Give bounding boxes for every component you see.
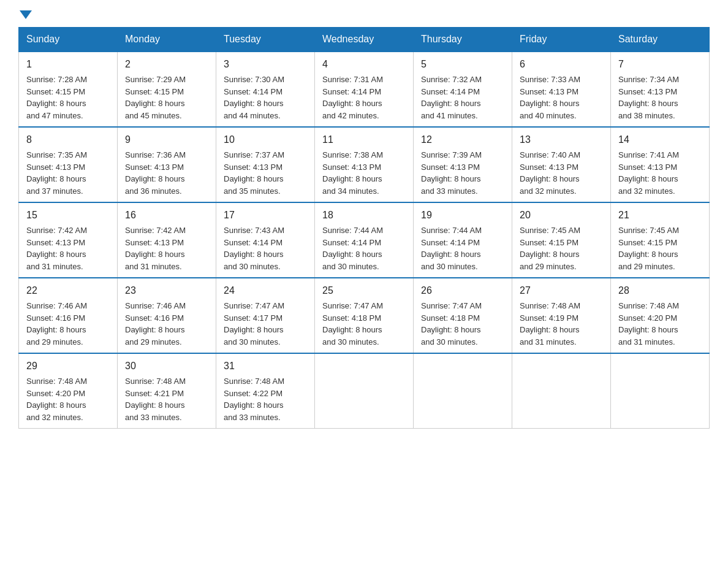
calendar-table: SundayMondayTuesdayWednesdayThursdayFrid… bbox=[18, 27, 710, 429]
day-number: 20 bbox=[520, 208, 603, 223]
calendar-week-row: 1Sunrise: 7:28 AMSunset: 4:15 PMDaylight… bbox=[19, 52, 710, 127]
calendar-day-cell bbox=[611, 353, 710, 429]
calendar-day-cell: 3Sunrise: 7:30 AMSunset: 4:14 PMDaylight… bbox=[216, 52, 315, 127]
day-info: Sunrise: 7:44 AMSunset: 4:14 PMDaylight:… bbox=[322, 224, 406, 272]
calendar-day-cell: 8Sunrise: 7:35 AMSunset: 4:13 PMDaylight… bbox=[19, 127, 118, 202]
calendar-day-cell bbox=[512, 353, 611, 429]
calendar-header: SundayMondayTuesdayWednesdayThursdayFrid… bbox=[19, 28, 710, 52]
calendar-day-cell: 7Sunrise: 7:34 AMSunset: 4:13 PMDaylight… bbox=[611, 52, 710, 127]
calendar-day-cell: 13Sunrise: 7:40 AMSunset: 4:13 PMDayligh… bbox=[512, 127, 611, 202]
calendar-day-cell: 17Sunrise: 7:43 AMSunset: 4:14 PMDayligh… bbox=[216, 202, 315, 278]
day-info: Sunrise: 7:48 AMSunset: 4:20 PMDaylight:… bbox=[26, 375, 110, 423]
day-info: Sunrise: 7:48 AMSunset: 4:21 PMDaylight:… bbox=[125, 375, 208, 423]
weekday-header-thursday: Thursday bbox=[414, 28, 512, 52]
day-number: 31 bbox=[224, 359, 307, 373]
calendar-day-cell: 1Sunrise: 7:28 AMSunset: 4:15 PMDaylight… bbox=[19, 52, 118, 127]
day-number: 12 bbox=[421, 132, 504, 147]
weekday-header-row: SundayMondayTuesdayWednesdayThursdayFrid… bbox=[19, 28, 710, 52]
day-number: 21 bbox=[618, 208, 702, 223]
day-info: Sunrise: 7:48 AMSunset: 4:19 PMDaylight:… bbox=[520, 300, 603, 348]
calendar-day-cell: 24Sunrise: 7:47 AMSunset: 4:17 PMDayligh… bbox=[216, 278, 315, 353]
calendar-day-cell: 9Sunrise: 7:36 AMSunset: 4:13 PMDaylight… bbox=[118, 127, 216, 202]
day-info: Sunrise: 7:39 AMSunset: 4:13 PMDaylight:… bbox=[421, 149, 504, 197]
day-number: 17 bbox=[224, 208, 307, 223]
calendar-day-cell: 16Sunrise: 7:42 AMSunset: 4:13 PMDayligh… bbox=[118, 202, 216, 278]
calendar-day-cell bbox=[315, 353, 414, 429]
header bbox=[18, 12, 710, 21]
calendar-week-row: 29Sunrise: 7:48 AMSunset: 4:20 PMDayligh… bbox=[19, 353, 710, 429]
day-info: Sunrise: 7:47 AMSunset: 4:17 PMDaylight:… bbox=[224, 300, 307, 348]
day-number: 28 bbox=[618, 283, 702, 298]
calendar-day-cell bbox=[414, 353, 512, 429]
day-number: 13 bbox=[520, 132, 603, 147]
day-info: Sunrise: 7:37 AMSunset: 4:13 PMDaylight:… bbox=[224, 149, 307, 197]
day-info: Sunrise: 7:42 AMSunset: 4:13 PMDaylight:… bbox=[26, 224, 110, 272]
logo-triangle-icon bbox=[20, 10, 32, 19]
day-info: Sunrise: 7:45 AMSunset: 4:15 PMDaylight:… bbox=[618, 224, 702, 272]
day-number: 27 bbox=[520, 283, 603, 298]
day-number: 19 bbox=[421, 208, 504, 223]
day-number: 7 bbox=[618, 57, 702, 72]
day-number: 8 bbox=[26, 132, 110, 147]
calendar-week-row: 8Sunrise: 7:35 AMSunset: 4:13 PMDaylight… bbox=[19, 127, 710, 202]
weekday-header-friday: Friday bbox=[512, 28, 611, 52]
day-info: Sunrise: 7:45 AMSunset: 4:15 PMDaylight:… bbox=[520, 224, 603, 272]
day-info: Sunrise: 7:38 AMSunset: 4:13 PMDaylight:… bbox=[322, 149, 406, 197]
day-info: Sunrise: 7:30 AMSunset: 4:14 PMDaylight:… bbox=[224, 74, 307, 121]
day-number: 4 bbox=[322, 57, 406, 72]
day-info: Sunrise: 7:46 AMSunset: 4:16 PMDaylight:… bbox=[26, 300, 110, 348]
day-number: 1 bbox=[26, 57, 110, 72]
calendar-day-cell: 19Sunrise: 7:44 AMSunset: 4:14 PMDayligh… bbox=[414, 202, 512, 278]
calendar-day-cell: 28Sunrise: 7:48 AMSunset: 4:20 PMDayligh… bbox=[611, 278, 710, 353]
day-info: Sunrise: 7:35 AMSunset: 4:13 PMDaylight:… bbox=[26, 149, 110, 197]
calendar-day-cell: 2Sunrise: 7:29 AMSunset: 4:15 PMDaylight… bbox=[118, 52, 216, 127]
calendar-day-cell: 29Sunrise: 7:48 AMSunset: 4:20 PMDayligh… bbox=[19, 353, 118, 429]
day-info: Sunrise: 7:47 AMSunset: 4:18 PMDaylight:… bbox=[421, 300, 504, 348]
day-number: 29 bbox=[26, 359, 110, 373]
weekday-header-monday: Monday bbox=[118, 28, 216, 52]
day-number: 10 bbox=[224, 132, 307, 147]
calendar-day-cell: 10Sunrise: 7:37 AMSunset: 4:13 PMDayligh… bbox=[216, 127, 315, 202]
day-info: Sunrise: 7:40 AMSunset: 4:13 PMDaylight:… bbox=[520, 149, 603, 197]
day-number: 26 bbox=[421, 283, 504, 298]
day-info: Sunrise: 7:28 AMSunset: 4:15 PMDaylight:… bbox=[26, 74, 110, 121]
day-number: 24 bbox=[224, 283, 307, 298]
day-info: Sunrise: 7:32 AMSunset: 4:14 PMDaylight:… bbox=[421, 74, 504, 121]
calendar-day-cell: 18Sunrise: 7:44 AMSunset: 4:14 PMDayligh… bbox=[315, 202, 414, 278]
day-number: 15 bbox=[26, 208, 110, 223]
day-number: 6 bbox=[520, 57, 603, 72]
day-info: Sunrise: 7:31 AMSunset: 4:14 PMDaylight:… bbox=[322, 74, 406, 121]
day-number: 16 bbox=[125, 208, 208, 223]
day-info: Sunrise: 7:29 AMSunset: 4:15 PMDaylight:… bbox=[125, 74, 208, 121]
day-number: 3 bbox=[224, 57, 307, 72]
day-info: Sunrise: 7:48 AMSunset: 4:20 PMDaylight:… bbox=[618, 300, 702, 348]
calendar-day-cell: 21Sunrise: 7:45 AMSunset: 4:15 PMDayligh… bbox=[611, 202, 710, 278]
calendar-day-cell: 27Sunrise: 7:48 AMSunset: 4:19 PMDayligh… bbox=[512, 278, 611, 353]
day-number: 14 bbox=[618, 132, 702, 147]
day-info: Sunrise: 7:43 AMSunset: 4:14 PMDaylight:… bbox=[224, 224, 307, 272]
calendar-day-cell: 12Sunrise: 7:39 AMSunset: 4:13 PMDayligh… bbox=[414, 127, 512, 202]
day-info: Sunrise: 7:47 AMSunset: 4:18 PMDaylight:… bbox=[322, 300, 406, 348]
day-info: Sunrise: 7:34 AMSunset: 4:13 PMDaylight:… bbox=[618, 74, 702, 121]
day-number: 2 bbox=[125, 57, 208, 72]
day-info: Sunrise: 7:46 AMSunset: 4:16 PMDaylight:… bbox=[125, 300, 208, 348]
day-number: 5 bbox=[421, 57, 504, 72]
calendar-day-cell: 11Sunrise: 7:38 AMSunset: 4:13 PMDayligh… bbox=[315, 127, 414, 202]
calendar-day-cell: 20Sunrise: 7:45 AMSunset: 4:15 PMDayligh… bbox=[512, 202, 611, 278]
day-number: 23 bbox=[125, 283, 208, 298]
calendar-week-row: 22Sunrise: 7:46 AMSunset: 4:16 PMDayligh… bbox=[19, 278, 710, 353]
weekday-header-saturday: Saturday bbox=[611, 28, 710, 52]
day-number: 9 bbox=[125, 132, 208, 147]
day-info: Sunrise: 7:48 AMSunset: 4:22 PMDaylight:… bbox=[224, 375, 307, 423]
calendar-day-cell: 25Sunrise: 7:47 AMSunset: 4:18 PMDayligh… bbox=[315, 278, 414, 353]
weekday-header-wednesday: Wednesday bbox=[315, 28, 414, 52]
calendar-day-cell: 26Sunrise: 7:47 AMSunset: 4:18 PMDayligh… bbox=[414, 278, 512, 353]
calendar-body: 1Sunrise: 7:28 AMSunset: 4:15 PMDaylight… bbox=[19, 52, 710, 429]
day-info: Sunrise: 7:44 AMSunset: 4:14 PMDaylight:… bbox=[421, 224, 504, 272]
weekday-header-tuesday: Tuesday bbox=[216, 28, 315, 52]
calendar-day-cell: 5Sunrise: 7:32 AMSunset: 4:14 PMDaylight… bbox=[414, 52, 512, 127]
day-number: 18 bbox=[322, 208, 406, 223]
day-info: Sunrise: 7:36 AMSunset: 4:13 PMDaylight:… bbox=[125, 149, 208, 197]
calendar-day-cell: 22Sunrise: 7:46 AMSunset: 4:16 PMDayligh… bbox=[19, 278, 118, 353]
day-number: 11 bbox=[322, 132, 406, 147]
